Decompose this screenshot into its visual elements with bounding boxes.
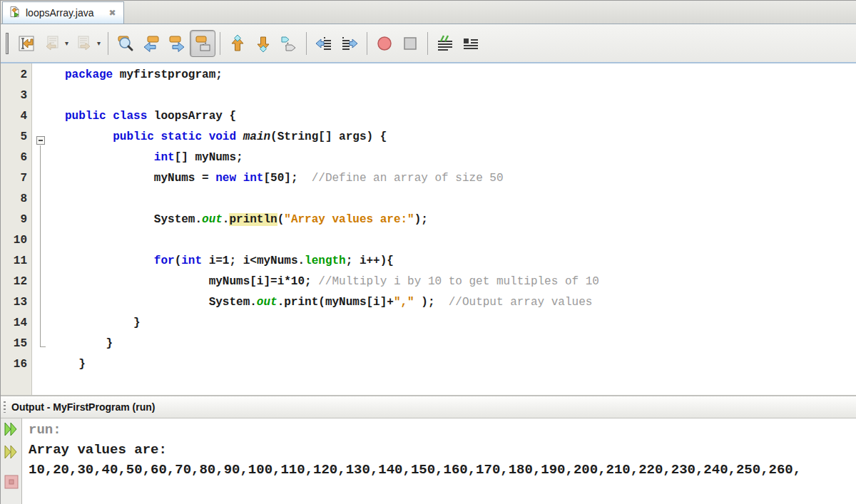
shift-line-left-icon	[315, 34, 333, 53]
find-selection-button[interactable]	[113, 30, 138, 57]
shift-line-right-button[interactable]	[337, 30, 362, 57]
line-number: 6	[1, 151, 31, 172]
record-icon	[375, 34, 394, 53]
code-token: ; i++){	[346, 254, 394, 267]
code-token: //Define an array of size 50	[312, 172, 504, 185]
toolbar-separator	[108, 32, 108, 55]
code-line[interactable]	[65, 192, 856, 213]
last-edit-location-icon	[17, 34, 36, 53]
code-line[interactable]: public class loopsArray {	[65, 110, 856, 130]
output-line: run:	[29, 422, 856, 442]
code-line[interactable]: }	[65, 337, 856, 358]
code-line[interactable]: package myfirstprogram;	[65, 68, 856, 89]
code-line[interactable]: }	[65, 358, 856, 379]
output-panel: run:Array values are:10,20,30,40,50,60,7…	[1, 418, 856, 504]
code-token	[106, 110, 113, 123]
code-token: System.	[65, 213, 202, 226]
code-line[interactable]	[65, 89, 856, 110]
output-button-strip	[1, 418, 22, 504]
line-number: 10	[1, 234, 31, 254]
code-token	[65, 254, 154, 267]
code-editor[interactable]: 12345678910111213141516 package myfirstp…	[1, 63, 856, 395]
uncomment-button[interactable]	[458, 30, 484, 57]
fold-guide-line	[40, 145, 41, 347]
fold-collapse-icon[interactable]	[36, 136, 45, 145]
toolbar-grip[interactable]	[6, 33, 9, 54]
code-token: }	[65, 358, 86, 371]
code-token	[65, 151, 154, 164]
code-line[interactable]: }	[65, 317, 856, 337]
comment-button[interactable]	[432, 30, 458, 57]
output-console[interactable]: run:Array values are:10,20,30,40,50,60,7…	[22, 418, 856, 504]
code-token: println	[229, 213, 277, 226]
stop-run-button[interactable]	[3, 473, 20, 490]
code-line[interactable]: System.out.println("Array values are:");	[65, 213, 856, 234]
output-grip-icon[interactable]	[4, 401, 6, 413]
code-token: }	[65, 337, 113, 350]
rerun-button[interactable]	[3, 421, 20, 438]
code-token: .	[277, 296, 285, 309]
code-token: (	[277, 213, 285, 226]
shift-line-left-button[interactable]	[311, 30, 337, 57]
code-token	[65, 130, 113, 143]
start-macro-recording-button[interactable]	[372, 30, 397, 57]
line-number: 16	[1, 358, 31, 379]
code-token	[236, 172, 243, 185]
previous-bookmark-icon	[228, 34, 247, 53]
code-token: {	[223, 110, 236, 123]
shift-line-right-icon	[340, 34, 359, 53]
code-area[interactable]: package myfirstprogram;public class loop…	[56, 63, 856, 395]
back-dropdown-icon[interactable]: ▾	[65, 39, 68, 47]
next-bookmark-button[interactable]	[250, 30, 276, 57]
last-edit-location-button[interactable]	[14, 30, 39, 57]
uncomment-icon	[462, 34, 480, 53]
toggle-highlight-search-button[interactable]	[190, 30, 215, 57]
tab-loopsarray-java[interactable]: loopsArray.java ✖	[2, 1, 124, 24]
editor-toolbar: ▾ ▾	[1, 24, 856, 63]
toolbar-separator	[367, 32, 367, 55]
code-token: main	[243, 130, 270, 143]
line-numbers: 12345678910111213141516	[1, 63, 31, 379]
line-number: 8	[1, 192, 31, 213]
toggle-bookmark-icon	[280, 34, 298, 53]
find-next-occurrence-button[interactable]	[164, 30, 190, 57]
output-title: Output - MyFirstProgram (run)	[11, 401, 155, 413]
find-previous-occurrence-button[interactable]	[138, 30, 164, 57]
stop-macro-recording-button[interactable]	[397, 30, 423, 57]
code-line[interactable]: System.out.print(myNums[i]+"," ); //Outp…	[65, 296, 856, 317]
code-line[interactable]	[65, 234, 856, 254]
forward-button[interactable]	[71, 30, 97, 57]
code-token	[147, 110, 154, 123]
code-line[interactable]: myNums[i]=i*10; //Multiply i by 10 to ge…	[65, 275, 856, 296]
back-button[interactable]	[39, 30, 65, 57]
code-line[interactable]: int[] myNums;	[65, 151, 856, 172]
tab-close-icon[interactable]: ✖	[108, 9, 116, 17]
code-token: //Multiply i by 10 to get multiples of 1…	[318, 275, 599, 288]
line-number: 11	[1, 254, 31, 275]
code-line[interactable]: public static void main(String[] args) {	[65, 130, 856, 151]
tab-title: loopsArray.java	[26, 7, 93, 19]
output-header[interactable]: Output - MyFirstProgram (run)	[1, 396, 856, 418]
toolbar-separator	[220, 32, 220, 55]
code-line[interactable]	[65, 63, 856, 68]
code-line[interactable]: for(int i=1; i<myNums.length; i++){	[65, 254, 856, 275]
code-line[interactable]: myNums = new int[50]; //Define an array …	[65, 172, 856, 192]
code-fold-column	[32, 63, 56, 395]
code-token: myNums =	[65, 172, 215, 185]
line-number: 4	[1, 110, 31, 130]
line-number: 15	[1, 337, 31, 358]
toggle-bookmark-button[interactable]	[276, 30, 302, 57]
code-token: print	[284, 296, 318, 309]
code-token: .	[223, 213, 230, 226]
code-token: for	[154, 254, 175, 267]
rerun-alt-button[interactable]	[3, 443, 20, 461]
previous-bookmark-button[interactable]	[225, 30, 250, 57]
stop-run-icon	[4, 474, 19, 490]
forward-dropdown-icon[interactable]: ▾	[97, 39, 101, 47]
code-token: );	[414, 213, 428, 226]
line-number: 2	[1, 68, 31, 89]
line-number: 5	[1, 130, 31, 151]
code-token: [50];	[263, 172, 311, 185]
code-token: }	[65, 317, 141, 329]
code-token: ","	[394, 296, 414, 309]
